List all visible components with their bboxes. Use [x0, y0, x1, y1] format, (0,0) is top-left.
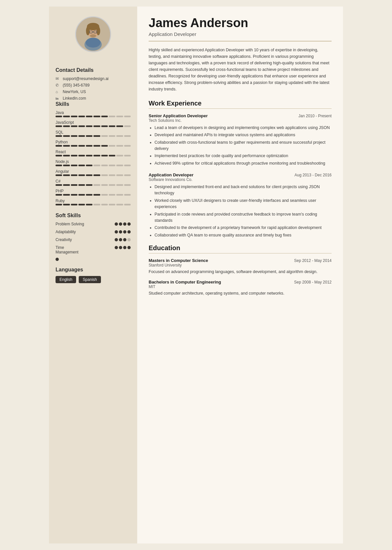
skill-segment — [78, 155, 85, 156]
skill-item: Angular — [56, 169, 131, 177]
skill-segment — [101, 125, 108, 127]
dot — [127, 238, 131, 241]
skill-segment — [116, 165, 123, 166]
skill-segment — [86, 194, 92, 196]
skill-segment — [109, 194, 115, 196]
skill-segment — [63, 116, 70, 117]
work-experience-header: Work Experience — [149, 100, 332, 109]
skill-segment — [109, 165, 115, 166]
dot — [115, 238, 118, 241]
skill-segment — [78, 165, 85, 166]
skill-segment — [56, 165, 62, 166]
soft-skill-dots — [115, 246, 131, 249]
avatar — [75, 16, 111, 52]
skill-segment — [109, 145, 115, 147]
skill-segment — [63, 145, 70, 147]
skill-name: Angular — [56, 169, 131, 174]
skill-bar — [56, 194, 131, 196]
skill-segment — [71, 204, 77, 205]
dot — [115, 230, 118, 234]
skill-segment — [124, 125, 131, 127]
location-icon: ⌂ — [56, 89, 60, 94]
job-header: Senior Application DeveloperJan 2010 - P… — [149, 113, 332, 118]
skill-bar — [56, 204, 131, 205]
edu-degree: Masters in Computer Science — [149, 258, 208, 263]
skill-segment — [101, 165, 108, 166]
job-title: Senior Application Developer — [149, 113, 208, 118]
avatar-container — [56, 16, 131, 52]
skill-segment — [86, 165, 92, 166]
dot — [127, 222, 131, 226]
skill-segment — [124, 184, 131, 186]
skill-segment — [78, 135, 85, 137]
summary-text: Highly skilled and experienced Applicati… — [149, 47, 332, 92]
skill-name: PHP — [56, 189, 131, 193]
edu-date: Sep 2008 - May 2012 — [294, 280, 332, 284]
soft-skill-extra-dot — [56, 258, 131, 261]
job-bullet: Achieved 99% uptime for critical applica… — [155, 160, 332, 167]
skill-segment — [93, 194, 100, 196]
skill-segment — [109, 135, 115, 137]
skill-segment — [116, 184, 123, 186]
skill-segment — [109, 155, 115, 156]
skill-segment — [124, 155, 131, 156]
skill-segment — [124, 116, 131, 117]
job-header: Application DeveloperAug 2013 - Dec 2016 — [149, 172, 332, 177]
edu-header: Bachelors in Computer EngineeringSep 200… — [149, 280, 332, 284]
dot — [123, 238, 126, 241]
edu-container: Masters in Computer ScienceSep 2012 - Ma… — [149, 258, 332, 297]
skills-section-title: Skills — [56, 101, 131, 107]
job-bullet: Participated in code reviews and provide… — [155, 211, 332, 224]
skill-segment — [93, 165, 100, 166]
skill-bar — [56, 135, 131, 137]
skill-segment — [116, 135, 123, 137]
sidebar: Contact Details ✉ support@resumedesign.a… — [49, 7, 137, 543]
skill-segment — [93, 204, 100, 205]
skills-list: JavaJavaScriptSQLPythonReactNode.jsAngul… — [56, 110, 131, 207]
job-block: Application DeveloperAug 2013 - Dec 2016… — [149, 172, 332, 238]
skill-segment — [101, 155, 108, 156]
dot — [119, 222, 122, 226]
skill-segment — [86, 125, 92, 127]
contact-phone: ✆ (555) 345-6789 — [56, 83, 131, 88]
skill-segment — [78, 204, 85, 205]
education-header: Education — [149, 244, 332, 253]
svg-point-2 — [86, 38, 100, 47]
skill-bar — [56, 165, 131, 166]
skill-segment — [56, 184, 62, 186]
soft-skills-section-title: Soft Skills — [56, 213, 131, 218]
skill-segment — [101, 145, 108, 147]
skill-segment — [109, 125, 115, 127]
skill-segment — [101, 184, 108, 186]
job-date: Aug 2013 - Dec 2016 — [295, 173, 332, 177]
edu-header: Masters in Computer ScienceSep 2012 - Ma… — [149, 258, 332, 263]
job-bullet: Collaborated with QA team to ensure qual… — [155, 232, 332, 238]
language-tag: English — [56, 276, 76, 283]
soft-skill-dots — [115, 238, 131, 241]
skill-segment — [71, 184, 77, 186]
linkedin-value: LinkedIn.com — [63, 96, 86, 101]
skill-segment — [124, 174, 131, 176]
skill-bar — [56, 145, 131, 147]
skill-segment — [124, 165, 131, 166]
email-value: support@resumedesign.ai — [63, 76, 108, 81]
skill-segment — [101, 204, 108, 205]
skill-segment — [109, 204, 115, 205]
skill-segment — [71, 135, 77, 137]
job-bullet: Developed and maintained APIs to integra… — [155, 132, 332, 138]
job-date: Jan 2010 - Present — [299, 114, 332, 118]
contact-list: ✉ support@resumedesign.ai ✆ (555) 345-67… — [56, 76, 131, 101]
skill-name: C# — [56, 179, 131, 184]
dot — [56, 258, 59, 261]
skill-segment — [109, 116, 115, 117]
skill-segment — [63, 135, 70, 137]
location-value: NewYork, US — [63, 89, 86, 94]
skill-segment — [86, 135, 92, 137]
soft-skills-list: Problem SolvingAdaptabilityCreativityTim… — [56, 222, 131, 261]
header-divider — [149, 41, 332, 41]
language-tag: Spanish — [79, 276, 101, 283]
skill-segment — [78, 125, 85, 127]
skill-segment — [56, 145, 62, 147]
skill-segment — [116, 204, 123, 205]
soft-skill-item: TimeManagement — [56, 245, 131, 254]
